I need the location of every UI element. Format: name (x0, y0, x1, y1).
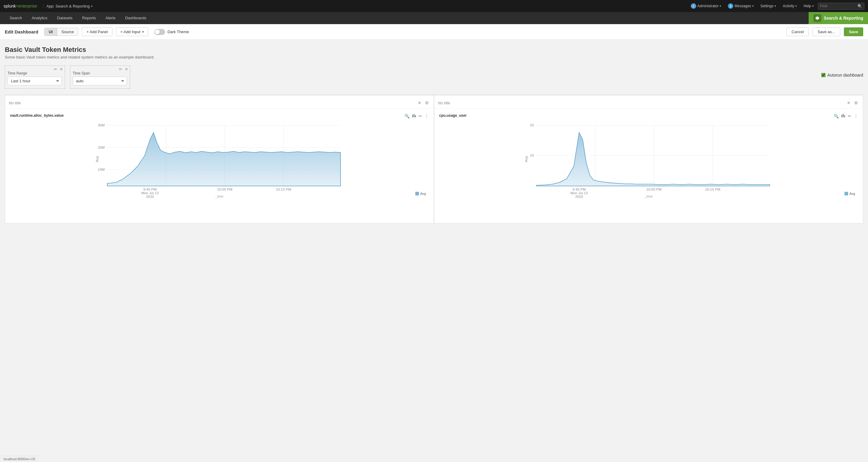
nav-analytics[interactable]: Analytics (27, 12, 52, 24)
svg-rect-22 (844, 115, 845, 117)
panel-2-more-btn[interactable]: ⋮ (854, 113, 858, 118)
edit-dashboard-title: Edit Dashboard (5, 29, 38, 34)
cancel-button[interactable]: Cancel (786, 27, 809, 36)
panel-1-legend: Avg (415, 192, 426, 195)
messages-menu[interactable]: 2 Messages ▾ (725, 2, 756, 10)
svg-marker-0 (815, 16, 819, 20)
secondary-navbar: Search Analytics Datasets Reports Alerts… (0, 12, 868, 24)
nav-datasets[interactable]: Datasets (52, 12, 77, 24)
svg-rect-3 (415, 115, 416, 117)
edit-input-1-btn[interactable]: ✏ (53, 67, 58, 71)
bar-chart-icon (412, 113, 416, 118)
panel-1-edit-btn[interactable]: ✏ (418, 113, 422, 118)
panel-1-title: No title (9, 101, 416, 105)
help-caret: ▾ (812, 4, 814, 7)
help-menu[interactable]: Help ▾ (801, 3, 816, 9)
help-label: Help (804, 4, 811, 8)
brand-icon (813, 14, 821, 22)
svg-text:10: 10 (530, 153, 534, 157)
edit-input-2-btn[interactable]: ✏ (119, 67, 123, 71)
dashboard-title: Basic Vault Token Metrics (5, 46, 863, 54)
messages-badge: 2 (728, 3, 733, 9)
add-input-button[interactable]: + Add Input ▾ (116, 27, 148, 36)
settings-menu[interactable]: Settings ▾ (758, 3, 778, 9)
panel-2-settings-btn[interactable]: ⚙ (853, 100, 859, 106)
nav-search[interactable]: Search (5, 12, 27, 24)
find-input-wrap[interactable]: 🔍 (818, 3, 864, 10)
autorun-checkbox[interactable] (821, 73, 826, 77)
panel-2-header: No title ✕ ⚙ (434, 97, 863, 109)
svg-rect-2 (414, 114, 415, 117)
panel-1-more-btn[interactable]: ⋮ (425, 113, 429, 118)
panels-row: No title ✕ ⚙ vault.runtime.alloc_bytes.v… (5, 95, 863, 224)
panel-1-header: No title ✕ ⚙ (5, 97, 434, 109)
nav-dashboards[interactable]: Dashboards (120, 12, 151, 24)
admin-badge: i (691, 3, 696, 9)
splunk-logo[interactable]: splunk > enterprise (4, 4, 37, 8)
svg-text:2020: 2020 (575, 195, 583, 198)
close-input-1-btn[interactable]: ✕ (59, 67, 64, 71)
sec-nav-brand: Search & Reporting (809, 12, 868, 24)
panel-2-legend-label: Avg (849, 192, 855, 195)
panel-2: No title ✕ ⚙ cpu.usage_user 🔍 (434, 95, 863, 224)
panel-1-legend-color (415, 192, 419, 195)
add-input-caret: ▾ (142, 30, 144, 33)
panel-1-bar-btn[interactable] (412, 113, 416, 118)
brand-label: Search & Reporting (824, 16, 863, 21)
svg-text:20M: 20M (98, 145, 105, 150)
panel-2-edit-btn[interactable]: ✏ (848, 113, 851, 118)
find-icon: 🔍 (858, 4, 862, 8)
panel-1-drag-bar[interactable] (5, 95, 434, 97)
panel-1-settings-btn[interactable]: ⚙ (424, 100, 430, 106)
panel-2-legend-color (844, 192, 848, 195)
svg-rect-1 (412, 115, 413, 117)
panel-2-bar-btn[interactable] (841, 113, 845, 118)
time-span-select[interactable]: auto 1m 5m 15m 1h (73, 77, 127, 85)
add-input-label: + Add Input (121, 30, 141, 34)
svg-text:Avg: Avg (524, 156, 528, 162)
logo-splunk-text: splunk (4, 4, 16, 8)
edit-dashboard-bar: Edit Dashboard UI Source + Add Panel + A… (0, 24, 868, 40)
input-widget-controls-1: ✏ ✕ (53, 67, 64, 71)
svg-text:10:00 PM: 10:00 PM (646, 187, 661, 192)
panel-2-close-btn[interactable]: ✕ (846, 100, 852, 106)
panel-2-chart: 20 10 Avg (439, 120, 858, 204)
ui-button[interactable]: UI (44, 28, 57, 36)
panel-2-search-btn[interactable]: 🔍 (834, 113, 839, 118)
activity-label: Activity (783, 4, 794, 8)
svg-text:10:15 PM: 10:15 PM (705, 187, 720, 192)
panel-1: No title ✕ ⚙ vault.runtime.alloc_bytes.v… (5, 95, 434, 224)
input-widget-controls-2: ✏ ✕ (119, 67, 129, 71)
panel-2-actions: ✕ ⚙ (846, 100, 859, 106)
svg-text:Avg: Avg (95, 156, 99, 162)
save-as-button[interactable]: Save as... (812, 27, 840, 36)
find-input[interactable] (820, 4, 856, 8)
panel-1-close-btn[interactable]: ✕ (416, 100, 423, 106)
save-button[interactable]: Save (844, 27, 863, 36)
nav-alerts[interactable]: Alerts (101, 12, 120, 24)
svg-text:10:00 PM: 10:00 PM (217, 187, 232, 192)
toggle-knob (155, 30, 160, 34)
panel-2-drag-bar[interactable] (434, 95, 863, 97)
source-button[interactable]: Source (57, 28, 78, 36)
messages-caret: ▾ (752, 4, 754, 7)
admin-menu[interactable]: i Administrator ▾ (688, 2, 724, 10)
panel-2-title: No title (438, 101, 846, 105)
add-panel-button[interactable]: + Add Panel (82, 27, 112, 36)
logo-gt: > (16, 4, 18, 8)
svg-text:30M: 30M (98, 123, 105, 127)
ui-source-toggle: UI Source (44, 28, 79, 36)
svg-text:20: 20 (530, 123, 534, 127)
app-name-dropdown[interactable]: App: Search & Reporting ▾ (43, 4, 93, 8)
panel-2-legend: Avg (844, 192, 855, 195)
activity-menu[interactable]: Activity ▾ (780, 3, 799, 9)
close-input-2-btn[interactable]: ✕ (124, 67, 129, 71)
time-range-select[interactable]: Last 1 hour Last 4 hours Last 24 hours L… (7, 77, 62, 85)
time-range-label: Time Range (7, 71, 62, 76)
messages-label: Messages (735, 4, 751, 8)
nav-reports[interactable]: Reports (78, 12, 101, 24)
panel-1-search-btn[interactable]: 🔍 (404, 113, 410, 118)
add-panel-label: + Add Panel (87, 30, 107, 34)
activity-caret: ▾ (795, 4, 797, 7)
dark-theme-switch[interactable] (154, 29, 165, 35)
